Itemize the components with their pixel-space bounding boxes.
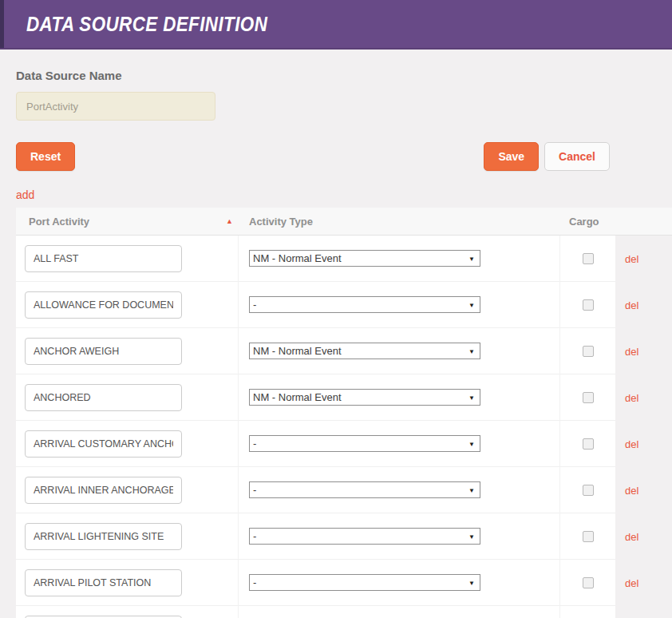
column-header-actions: [615, 208, 672, 235]
cargo-cell: [560, 560, 615, 606]
table-row: NM - Normal Event ▼ del: [16, 374, 672, 421]
chevron-down-icon: ▼: [468, 347, 475, 355]
delete-row-link[interactable]: del: [615, 577, 638, 589]
cargo-cell: [560, 513, 615, 560]
table-row: - ▼ del: [16, 421, 672, 467]
delete-row-link[interactable]: del: [615, 253, 638, 265]
column-header-label: Port Activity: [29, 216, 89, 228]
port-activity-table: Port Activity ▲ Activity Type Cargo NM -…: [16, 208, 672, 618]
column-header-activity-type[interactable]: Activity Type: [239, 208, 560, 235]
selected-option-label: -: [250, 299, 256, 311]
selected-option-label: -: [250, 438, 256, 450]
selected-option-label: NM - Normal Event: [250, 252, 342, 264]
actions-cell: del: [615, 421, 672, 467]
selected-option-label: -: [250, 576, 256, 588]
reset-button[interactable]: Reset: [16, 142, 75, 171]
activity-type-cell: - ▼: [239, 421, 560, 467]
table-body: NM - Normal Event ▼ del - ▼ del: [16, 236, 672, 618]
selected-option-label: -: [250, 530, 256, 542]
port-activity-input[interactable]: [25, 523, 182, 550]
port-activity-cell: [16, 421, 239, 467]
actions-cell: del: [615, 513, 672, 560]
port-activity-input[interactable]: [25, 245, 182, 272]
activity-type-cell: - ▼: [239, 467, 560, 513]
delete-row-link[interactable]: del: [615, 392, 638, 404]
actions-cell: del: [615, 374, 672, 421]
activity-type-select[interactable]: - ▼: [249, 528, 480, 545]
activity-type-select[interactable]: - ▼: [249, 296, 480, 313]
page-header: DATA SOURCE DEFINITION: [0, 0, 672, 50]
table-row: - ▼ del: [16, 282, 672, 328]
delete-row-link[interactable]: del: [615, 299, 638, 311]
activity-type-select[interactable]: NM - Normal Event ▼: [249, 250, 480, 267]
cargo-cell: [560, 421, 615, 467]
activity-type-cell: ▼: [239, 606, 560, 618]
delete-row-link[interactable]: del: [615, 438, 638, 450]
table-row: - ▼ del: [16, 560, 672, 606]
add-row-link[interactable]: add: [16, 188, 34, 201]
cargo-checkbox[interactable]: [583, 346, 594, 357]
chevron-down-icon: ▼: [468, 440, 475, 447]
activity-type-select[interactable]: NM - Normal Event ▼: [249, 343, 480, 359]
activity-type-select[interactable]: - ▼: [249, 481, 480, 498]
table-header-row: Port Activity ▲ Activity Type Cargo: [16, 208, 672, 236]
cargo-checkbox[interactable]: [583, 392, 594, 403]
delete-row-link[interactable]: del: [615, 531, 638, 543]
port-activity-input[interactable]: [25, 291, 182, 319]
save-button[interactable]: Save: [484, 142, 539, 171]
chevron-down-icon: ▼: [468, 255, 475, 262]
cargo-cell: [560, 236, 615, 282]
cargo-cell: [560, 282, 615, 328]
button-row: Reset Save Cancel: [16, 142, 610, 171]
chevron-down-icon: ▼: [468, 579, 475, 586]
data-source-name-input[interactable]: [16, 92, 215, 121]
column-header-cargo[interactable]: Cargo: [560, 208, 615, 235]
data-source-name-label: Data Source Name: [16, 69, 672, 82]
table-row: - ▼ del: [16, 467, 672, 513]
actions-cell: del: [615, 467, 672, 513]
cargo-checkbox[interactable]: [583, 253, 594, 264]
delete-row-link[interactable]: del: [615, 485, 638, 497]
port-activity-cell: [16, 606, 239, 618]
table-row: NM - Normal Event ▼ del: [16, 328, 672, 374]
port-activity-input[interactable]: [25, 616, 182, 618]
main-content: Data Source Name Reset Save Cancel add P…: [0, 69, 672, 618]
cargo-cell: [560, 606, 615, 618]
cargo-checkbox[interactable]: [583, 531, 594, 542]
activity-type-cell: NM - Normal Event ▼: [239, 236, 560, 282]
port-activity-input[interactable]: [25, 384, 182, 411]
activity-type-select[interactable]: - ▼: [249, 574, 480, 591]
activity-type-cell: - ▼: [239, 282, 560, 328]
cargo-checkbox[interactable]: [583, 485, 594, 496]
cargo-checkbox[interactable]: [583, 299, 594, 311]
delete-row-link[interactable]: del: [615, 346, 638, 358]
activity-type-select[interactable]: NM - Normal Event ▼: [249, 389, 480, 406]
port-activity-cell: [16, 560, 239, 606]
chevron-down-icon: ▼: [468, 394, 475, 401]
activity-type-cell: - ▼: [239, 513, 560, 560]
port-activity-cell: [16, 328, 239, 374]
port-activity-input[interactable]: [25, 569, 182, 596]
cargo-checkbox[interactable]: [583, 438, 594, 450]
page-title: DATA SOURCE DEFINITION: [26, 12, 267, 37]
table-row: ▼ del: [16, 606, 672, 618]
table-row: - ▼ del: [16, 513, 672, 560]
port-activity-cell: [16, 282, 239, 328]
cargo-cell: [560, 467, 615, 513]
port-activity-input[interactable]: [25, 477, 182, 504]
chevron-down-icon: ▼: [468, 301, 475, 308]
cancel-button[interactable]: Cancel: [544, 142, 610, 171]
port-activity-input[interactable]: [25, 338, 182, 365]
cargo-checkbox[interactable]: [583, 577, 594, 588]
column-header-port-activity[interactable]: Port Activity ▲: [16, 208, 239, 235]
sort-ascending-icon: ▲: [226, 217, 233, 225]
header-left-accent: [0, 0, 4, 48]
save-cancel-group: Save Cancel: [484, 142, 610, 171]
activity-type-cell: NM - Normal Event ▼: [239, 328, 560, 374]
activity-type-select[interactable]: - ▼: [249, 435, 480, 452]
cargo-cell: [560, 374, 615, 421]
chevron-down-icon: ▼: [468, 486, 475, 493]
selected-option-label: NM - Normal Event: [250, 391, 342, 403]
port-activity-input[interactable]: [25, 430, 182, 458]
actions-cell: del: [615, 606, 672, 618]
